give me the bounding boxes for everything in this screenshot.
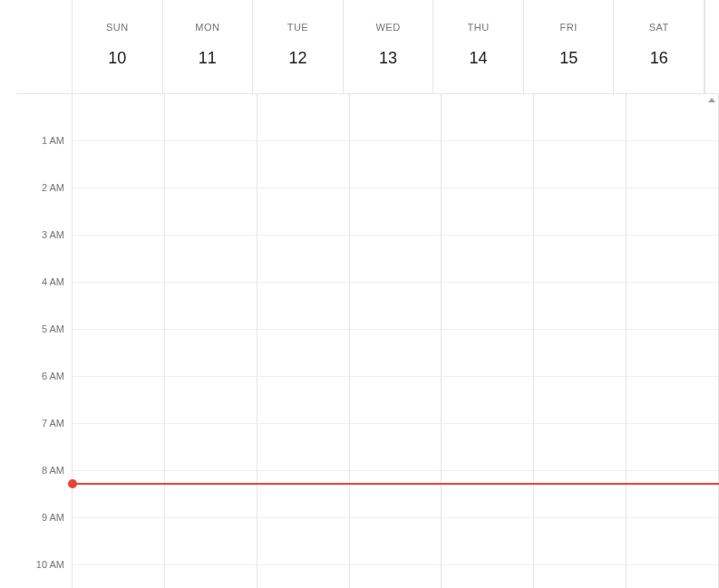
hour-cell[interactable] [627, 283, 718, 330]
hour-cell[interactable] [257, 188, 349, 236]
hour-cell[interactable] [165, 188, 257, 236]
hour-cell[interactable] [73, 94, 164, 141]
hour-cell[interactable] [534, 377, 626, 424]
day-name-label: SUN [106, 22, 129, 33]
hour-cell[interactable] [350, 283, 442, 330]
hour-cell[interactable] [534, 565, 626, 588]
hour-cell[interactable] [627, 471, 718, 518]
hour-cell[interactable] [442, 565, 533, 588]
day-column-mon[interactable] [165, 94, 257, 588]
hour-cell[interactable] [165, 565, 257, 588]
hour-cell[interactable] [257, 518, 349, 565]
hour-cell[interactable] [257, 141, 349, 188]
scrollbar-up-arrow-icon[interactable] [708, 98, 715, 102]
day-column-thu[interactable] [442, 94, 534, 588]
day-column-fri[interactable] [534, 94, 627, 588]
hour-cell[interactable] [442, 471, 533, 518]
day-column-tue[interactable] [257, 94, 350, 588]
hour-cell[interactable] [350, 471, 442, 518]
current-time-dot-icon [68, 479, 77, 488]
hour-cell[interactable] [165, 471, 257, 518]
hour-cell[interactable] [442, 518, 533, 565]
hour-cell[interactable] [442, 188, 533, 236]
hour-cell[interactable] [534, 236, 626, 283]
hour-cell[interactable] [534, 141, 626, 188]
hour-cell[interactable] [165, 283, 257, 330]
hour-cell[interactable] [73, 518, 164, 565]
hour-cell[interactable] [257, 330, 349, 377]
day-header-mon[interactable]: MON 11 [163, 0, 254, 93]
hour-cell[interactable] [257, 377, 349, 424]
day-header-sat[interactable]: SAT 16 [614, 0, 704, 93]
hour-cell[interactable] [442, 141, 533, 188]
time-grid-scroll[interactable]: 1 AM 2 AM 3 AM 4 AM 5 AM 6 AM 7 AM 8 AM … [16, 94, 719, 588]
hour-cell[interactable] [350, 518, 442, 565]
day-number-label: 14 [470, 49, 488, 68]
hour-cell[interactable] [534, 94, 626, 141]
hour-cell[interactable] [165, 236, 257, 283]
hour-cell[interactable] [350, 330, 442, 377]
hour-cell[interactable] [442, 236, 533, 283]
hour-cell[interactable] [442, 330, 533, 377]
time-gutter-header [16, 0, 73, 93]
hour-cell[interactable] [73, 141, 164, 188]
day-header-fri[interactable]: FRI 15 [524, 0, 615, 93]
hour-cell[interactable] [534, 188, 626, 236]
hour-cell[interactable] [627, 424, 718, 471]
hour-cell[interactable] [442, 283, 533, 330]
hour-cell[interactable] [73, 330, 164, 377]
hour-cell[interactable] [165, 518, 257, 565]
day-column-wed[interactable] [350, 94, 442, 588]
hour-cell[interactable] [627, 236, 718, 283]
hour-cell[interactable] [534, 424, 626, 471]
hour-cell[interactable] [257, 424, 349, 471]
hour-cell[interactable] [534, 330, 626, 377]
hour-cell[interactable] [257, 236, 349, 283]
hour-cell[interactable] [534, 518, 626, 565]
hour-cell[interactable] [165, 377, 257, 424]
hour-cell[interactable] [257, 283, 349, 330]
hour-cell[interactable] [257, 94, 349, 141]
hour-cell[interactable] [257, 565, 349, 588]
hour-cell[interactable] [350, 188, 442, 236]
hour-cell[interactable] [350, 94, 442, 141]
hour-cell[interactable] [442, 377, 533, 424]
day-header-thu[interactable]: THU 14 [433, 0, 524, 93]
hour-cell[interactable] [73, 565, 164, 588]
hour-cell[interactable] [73, 377, 164, 424]
day-header-wed[interactable]: WED 13 [344, 0, 434, 93]
hour-cell[interactable] [350, 141, 442, 188]
hour-cell[interactable] [627, 188, 718, 236]
hour-cell[interactable] [627, 565, 718, 588]
hour-cell[interactable] [165, 94, 257, 141]
hour-cell[interactable] [350, 377, 442, 424]
hour-cell[interactable] [534, 283, 626, 330]
hour-cell[interactable] [350, 424, 442, 471]
hour-cell[interactable] [350, 565, 442, 588]
hour-cell[interactable] [627, 377, 718, 424]
hour-cell[interactable] [442, 94, 533, 141]
day-column-sun[interactable] [73, 94, 165, 588]
hour-cell[interactable] [627, 518, 718, 565]
hour-cell[interactable] [165, 141, 257, 188]
hour-cell[interactable] [627, 94, 718, 141]
hour-cell[interactable] [73, 424, 164, 471]
hour-cell[interactable] [627, 330, 718, 377]
hour-cell[interactable] [165, 424, 257, 471]
day-column-sat[interactable] [627, 94, 719, 588]
scrollbar-header-gap [704, 0, 719, 93]
hour-cell[interactable] [73, 236, 164, 283]
day-header-tue[interactable]: TUE 12 [253, 0, 344, 93]
day-name-label: FRI [560, 22, 578, 33]
hour-cell[interactable] [165, 330, 257, 377]
time-gutter: 1 AM 2 AM 3 AM 4 AM 5 AM 6 AM 7 AM 8 AM … [16, 94, 73, 588]
hour-cell[interactable] [442, 424, 533, 471]
hour-cell[interactable] [534, 471, 626, 518]
hour-cell[interactable] [627, 141, 718, 188]
hour-cell[interactable] [350, 236, 442, 283]
hour-cell[interactable] [257, 471, 349, 518]
hour-cell[interactable] [73, 471, 164, 518]
hour-cell[interactable] [73, 283, 164, 330]
day-header-sun[interactable]: SUN 10 [73, 0, 163, 93]
hour-cell[interactable] [73, 188, 164, 236]
